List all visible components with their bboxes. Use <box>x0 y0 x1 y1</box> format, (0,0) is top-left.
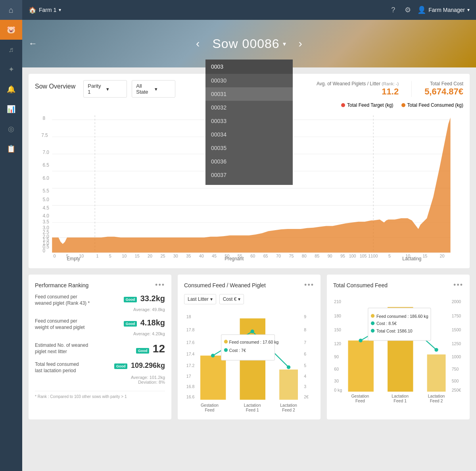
svg-text:1750: 1750 <box>452 313 461 318</box>
svg-text:5.5: 5.5 <box>42 188 49 194</box>
sidebar-item-analytics[interactable]: 📊 <box>0 99 22 119</box>
dropdown-item-00038[interactable]: 00038 <box>205 182 293 185</box>
feed-cost-label: Total Feed Cost <box>424 81 463 87</box>
dropdown-item-00036[interactable]: 00036 <box>205 155 293 168</box>
sow-title: Sow 00086 <box>212 37 279 51</box>
svg-text:Feed: Feed <box>205 408 214 411</box>
total-tooltip-dot2 <box>371 321 374 325</box>
tooltip-dot-1 <box>224 340 228 343</box>
sidebar-item-alerts[interactable]: 🔔 <box>0 79 22 99</box>
user-chevron-icon[interactable]: ▾ <box>467 7 470 13</box>
dropdown-item-00035[interactable]: 00035 <box>205 141 293 155</box>
sow-dropdown: 00030 00031 00032 00033 00034 00035 0003… <box>205 60 293 185</box>
settings-icon[interactable]: ⚙ <box>405 6 411 14</box>
perf-item-0-label: Feed consumed perweaned piglet (Rank 43)… <box>35 294 90 306</box>
cost-point-3 <box>287 365 290 369</box>
total-consumed-menu[interactable]: ••• <box>453 281 463 289</box>
perf-item-3-right: Good 109.296kg <box>114 361 165 370</box>
svg-text:7: 7 <box>304 340 306 345</box>
bottom-row: Performance Ranking ••• Feed consumed pe… <box>29 275 470 419</box>
svg-text:Feed consumed : 186.60 kg: Feed consumed : 186.60 kg <box>376 314 428 319</box>
parity-filter-label: Parity 1 <box>88 83 104 95</box>
farm-selector[interactable]: 🏠 Farm 1 ▾ <box>29 6 61 14</box>
sidebar-item-monitoring[interactable]: ◎ <box>0 119 22 139</box>
total-tooltip-dot3 <box>371 329 374 333</box>
svg-text:210: 210 <box>334 299 341 304</box>
svg-text:500: 500 <box>452 379 459 383</box>
parity-filter[interactable]: Parity 1 ▾ <box>83 80 127 98</box>
farm-chevron-icon[interactable]: ▾ <box>59 7 61 13</box>
perf-item-3-badge: Good <box>114 363 128 369</box>
perf-item-0-header: Feed consumed perweaned piglet (Rank 43)… <box>35 294 165 306</box>
svg-text:Total Cost: 1586.10: Total Cost: 1586.10 <box>376 329 413 333</box>
litter-chevron-icon: ▾ <box>210 296 213 302</box>
perf-item-2-header: Estimated No. of weanedpiglet next litte… <box>35 342 165 355</box>
svg-text:5: 5 <box>388 254 391 258</box>
dropdown-item-00032[interactable]: 00032 <box>205 101 293 114</box>
svg-text:10: 10 <box>122 254 127 258</box>
svg-text:18: 18 <box>186 314 191 319</box>
next-sow-button[interactable]: › <box>294 36 307 52</box>
perf-item-1-badge: Good <box>124 321 137 327</box>
svg-text:5: 5 <box>109 254 111 258</box>
svg-text:15: 15 <box>422 254 427 258</box>
cost-filter[interactable]: Cost € ▾ <box>219 294 244 304</box>
perf-ranking-title: Performance Ranking <box>35 282 88 288</box>
perf-item-3-label: Total feed consumedlast lactation period <box>35 361 79 374</box>
sidebar-item-weather[interactable]: ✦ <box>0 60 22 79</box>
svg-text:3.5: 3.5 <box>42 219 49 225</box>
sidebar-item-home[interactable]: ⌂ <box>0 0 22 20</box>
svg-text:70: 70 <box>276 254 281 258</box>
svg-text:Gestation: Gestation <box>351 394 369 398</box>
svg-text:120: 120 <box>334 341 341 346</box>
total-cost-pt1 <box>359 338 362 342</box>
sidebar-item-pig[interactable]: 🐷 <box>0 20 22 40</box>
perf-item-1-value: 4.18kg <box>140 318 165 327</box>
user-label: Farm Manager <box>428 7 465 13</box>
dropdown-item-00034[interactable]: 00034 <box>205 128 293 141</box>
total-tooltip-dot1 <box>371 314 374 317</box>
perf-item-2-right: Good 12 <box>136 342 165 355</box>
sidebar-item-reports[interactable]: 📋 <box>0 139 22 159</box>
consumed-feed-menu[interactable]: ••• <box>304 281 314 289</box>
user-menu[interactable]: 👤 Farm Manager ▾ <box>417 6 470 14</box>
svg-text:10: 10 <box>79 254 84 258</box>
sidebar-item-audio[interactable]: ♬ <box>0 40 22 60</box>
cost-filter-label: Cost € <box>223 296 237 302</box>
dropdown-item-00037[interactable]: 00037 <box>205 168 293 182</box>
dropdown-item-00031[interactable]: 00031 <box>205 87 293 101</box>
svg-text:Empty: Empty <box>67 256 80 261</box>
perf-item-total-feed: Total feed consumedlast lactation period… <box>35 361 165 384</box>
help-icon[interactable]: ? <box>391 6 395 14</box>
dropdown-item-00030[interactable]: 00030 <box>205 74 293 87</box>
svg-text:6.5: 6.5 <box>42 162 49 168</box>
sow-search-input[interactable] <box>205 60 293 74</box>
svg-text:Lactation: Lactation <box>392 394 409 398</box>
dropdown-item-00033[interactable]: 00033 <box>205 114 293 128</box>
litter-filter[interactable]: Last Litter ▾ <box>184 294 216 304</box>
perf-ranking-menu[interactable]: ••• <box>155 281 165 289</box>
svg-text:Lactation: Lactation <box>280 403 297 408</box>
svg-text:100: 100 <box>349 254 356 258</box>
topnav: 🏠 Farm 1 ▾ ? ⚙ 👤 Farm Manager ▾ <box>22 0 476 20</box>
consumed-feed-header: Consumed Feed / Weaned Piglet ••• <box>184 281 314 289</box>
svg-text:Feed 1: Feed 1 <box>246 408 259 411</box>
back-button[interactable]: ← <box>29 38 37 49</box>
perf-item-feed-per-weight: Feed consumed perweight of weaned piglet… <box>35 318 165 336</box>
prev-sow-button[interactable]: ‹ <box>191 36 204 52</box>
state-filter[interactable]: All State ▾ <box>132 80 175 98</box>
svg-text:95: 95 <box>340 254 345 258</box>
svg-text:17.4: 17.4 <box>186 352 195 356</box>
svg-text:65: 65 <box>263 254 268 258</box>
svg-text:5: 5 <box>304 363 306 368</box>
bar-gestation <box>200 356 226 400</box>
svg-text:75: 75 <box>289 254 294 258</box>
svg-text:1500: 1500 <box>452 327 461 332</box>
svg-text:0: 0 <box>42 248 45 254</box>
svg-text:90: 90 <box>328 254 332 258</box>
svg-text:4.0: 4.0 <box>42 213 49 219</box>
svg-text:17.2: 17.2 <box>186 363 195 368</box>
legend-target: Total Feed Target (kg) <box>341 102 393 108</box>
sow-dropdown-button[interactable]: ▾ <box>283 40 286 48</box>
svg-text:16.6: 16.6 <box>186 394 195 399</box>
